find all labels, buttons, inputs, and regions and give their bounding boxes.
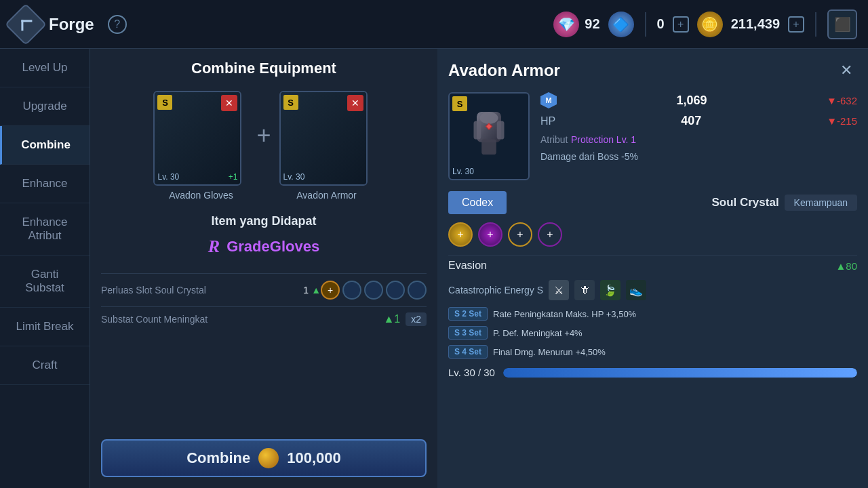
item-remove-gloves[interactable]: ✕	[221, 95, 237, 111]
crystal-2[interactable]	[342, 281, 361, 300]
result-section: Item yang Didapat R GradeGloves	[101, 214, 427, 257]
combine-btn-label: Combine	[186, 449, 250, 467]
soul-circle-1[interactable]: +	[448, 222, 473, 247]
help-button[interactable]: ?	[108, 15, 127, 34]
set-bonus-row-1: S 2 Set Rate Peningkatan Maks. HP +3,50%	[448, 304, 857, 323]
back-button[interactable]	[5, 3, 47, 45]
level-bar-row: Lv. 30 / 30	[448, 367, 857, 378]
divider2	[815, 12, 816, 37]
hp-label: HP	[540, 115, 555, 127]
logout-button[interactable]: ⬛	[827, 9, 857, 39]
combine-btn-wrapper: Combine 100,000	[101, 439, 427, 477]
item-preview-row: S Lv	[448, 92, 857, 180]
close-button-right[interactable]: ✕	[835, 60, 857, 81]
right-title: Avadon Armor	[448, 61, 560, 80]
gold-count: 0	[657, 16, 665, 32]
coin-plus-button[interactable]: +	[788, 16, 804, 33]
combine-button[interactable]: Combine 100,000	[101, 439, 427, 477]
pink-gem-icon: 💎	[553, 12, 579, 37]
item-plus-gloves: +1	[229, 172, 238, 182]
shield-icon-mdef: M	[540, 92, 557, 108]
hp-diff: ▼-215	[827, 115, 857, 127]
divider	[645, 12, 646, 37]
skill-icon-2[interactable]: 🗡	[574, 280, 595, 300]
evasion-label: Evasion	[448, 260, 487, 272]
coin-count: 211,439	[731, 16, 780, 32]
atribut-protection: Protection Lv. 1	[571, 134, 636, 145]
atribut-desc: Damage dari Boss -5%	[540, 151, 857, 162]
skill-row: Catastrophic Energy S ⚔ 🗡 🍃 👟	[448, 276, 857, 304]
crystal-count-number: 1	[303, 285, 309, 296]
set-bonus-row-3: S 4 Set Final Dmg. Menurun +4,50%	[448, 342, 857, 361]
sidebar-item-enhance-atribut[interactable]: EnhanceAtribut	[0, 203, 90, 256]
sidebar: Level Up Upgrade Combine Enhance Enhance…	[0, 49, 90, 488]
crystal-3[interactable]	[364, 281, 383, 300]
level-bar-label: Lv. 30 / 30	[448, 367, 495, 378]
set-badge-s3: S 3 Set	[448, 326, 488, 340]
skill-icon-4[interactable]: 👟	[626, 280, 646, 300]
item-slot-2: S ✕	[279, 91, 374, 201]
stat-row-hp: HP 407 ▼-215	[540, 114, 857, 128]
crystal-arrow: ▲	[311, 285, 321, 296]
tab-codex[interactable]: Codex	[448, 191, 507, 214]
sidebar-item-limit-break[interactable]: Limit Break	[0, 308, 90, 346]
item-card-gloves[interactable]: S ✕	[153, 91, 241, 186]
coin-icon: 🪙	[697, 12, 723, 37]
substat-arrow: ▲1	[383, 313, 400, 325]
right-panel: Avadon Armor ✕ S	[437, 49, 868, 488]
crystal-count: 1 ▲	[303, 285, 321, 296]
atribut-row: Atribut Protection Lv. 1	[540, 134, 857, 146]
crystal-4[interactable]	[386, 281, 405, 300]
evasion-value: ▲80	[835, 260, 857, 272]
soul-circle-3[interactable]: +	[508, 222, 532, 247]
sidebar-item-upgrade[interactable]: Upgrade	[0, 87, 90, 126]
substat-label: Substat Count Meningkat	[101, 314, 208, 325]
crystal-5[interactable]	[408, 281, 427, 300]
item-grade-armor: S	[283, 95, 298, 110]
gold-plus-button[interactable]: +	[673, 16, 689, 33]
soul-circle-4[interactable]: +	[538, 222, 562, 247]
sidebar-item-ganti-substat[interactable]: GantiSubstat	[0, 256, 90, 308]
back-icon	[21, 20, 32, 30]
sidebar-item-combine[interactable]: Combine	[0, 126, 90, 165]
set-badge-s2: S 2 Set	[448, 307, 488, 321]
crystal-row: Perluas Slot Soul Crystal 1 ▲ +	[101, 273, 427, 306]
result-label: Item yang Didapat	[101, 214, 427, 228]
skill-icon-3[interactable]: 🍃	[600, 280, 620, 300]
crystal-row-label: Perluas Slot Soul Crystal	[101, 285, 303, 296]
item-remove-armor[interactable]: ✕	[347, 95, 363, 111]
item-slot-1: S ✕	[153, 91, 248, 201]
logout-icon: ⬛	[834, 16, 851, 33]
sidebar-item-craft[interactable]: Craft	[0, 346, 90, 385]
top-bar: Forge ? 💎 92 🔷 0 + 🪙 211,439 + ⬛	[0, 0, 868, 49]
crystal-1[interactable]: +	[321, 281, 340, 300]
level-bar-bg	[503, 368, 857, 378]
combine-btn-cost: 100,000	[287, 449, 341, 467]
skill-icon-1[interactable]: ⚔	[549, 280, 569, 300]
kemampuan-button[interactable]: Kemampuan	[785, 195, 857, 211]
evasion-row: Evasion ▲80	[448, 255, 857, 276]
item-grade-gloves: S	[157, 95, 172, 110]
set-desc-s2: Rate Peningkatan Maks. HP +3,50%	[493, 309, 636, 319]
soul-circle-2[interactable]: +	[478, 222, 502, 247]
preview-level: Lv. 30	[452, 167, 474, 176]
sidebar-item-enhance[interactable]: Enhance	[0, 165, 90, 203]
main-layout: Level Up Upgrade Combine Enhance Enhance…	[0, 49, 868, 488]
set-bonus-row-2: S 3 Set P. Def. Meningkat +4%	[448, 323, 857, 342]
soul-crystal-label: Soul Crystal	[711, 196, 778, 209]
substat-row: Substat Count Meningkat ▲1 x2	[101, 306, 427, 331]
combine-title: Combine Equipment	[101, 60, 427, 77]
stats-block: M 1,069 ▼-632 HP 407 ▼-215 Atribut Prote…	[540, 92, 857, 180]
set-desc-s4: Final Dmg. Menurun +4,50%	[493, 347, 606, 357]
result-r-badge: R	[208, 237, 220, 257]
plus-separator: +	[256, 121, 271, 150]
sidebar-item-level-up[interactable]: Level Up	[0, 49, 90, 87]
page-title: Forge	[49, 15, 94, 34]
combine-items-row: S ✕	[101, 91, 427, 201]
item-card-armor[interactable]: S ✕	[279, 91, 368, 186]
hp-value: 407	[681, 114, 701, 128]
atribut-label-text: Atribut	[540, 134, 568, 145]
level-bar-fill	[503, 368, 857, 378]
mdef-diff: ▼-632	[827, 95, 857, 106]
resource-pink: 💎 92	[553, 12, 599, 37]
